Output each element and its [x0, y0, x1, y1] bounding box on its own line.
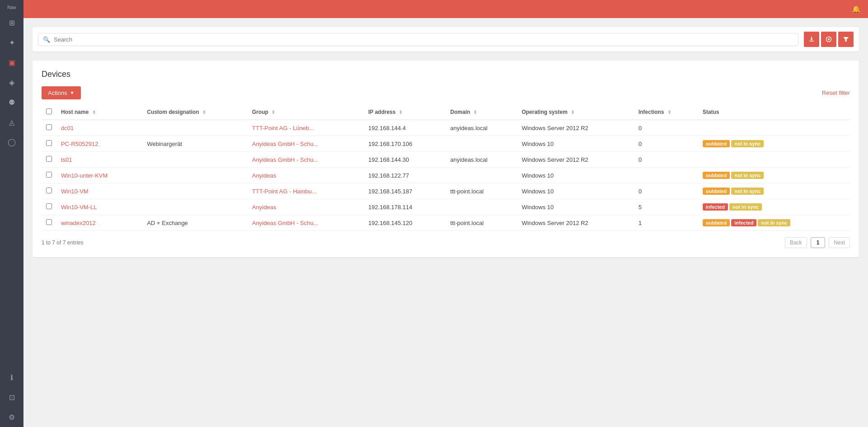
cell-infections: 5: [634, 199, 698, 215]
cell-group[interactable]: Anyideas: [247, 199, 364, 215]
cell-custom: [142, 152, 247, 168]
col-ip-label: IP address: [368, 109, 395, 115]
key-icon[interactable]: ✦: [3, 33, 21, 52]
cell-domain: [446, 199, 517, 215]
back-button[interactable]: Back: [785, 237, 807, 248]
cell-ip: 192.168.122.77: [364, 168, 446, 183]
monitor-icon[interactable]: ▣: [3, 53, 21, 71]
row-checkbox[interactable]: [46, 219, 52, 225]
filter-button[interactable]: [838, 32, 854, 47]
cell-group[interactable]: Anyideas GmbH - Schu...: [247, 152, 364, 168]
cell-os: Windows 10: [517, 136, 634, 152]
col-hostname[interactable]: Host name ⇕: [56, 105, 142, 120]
users-icon[interactable]: ⚉: [3, 93, 21, 111]
nav-label: Nav: [0, 0, 23, 13]
col-domain-sort-icon: ⇕: [473, 110, 477, 115]
cell-status: outdatednot in sync: [698, 183, 850, 199]
cell-ip: 192.168.145.120: [364, 215, 446, 231]
shield-icon[interactable]: ◬: [3, 113, 21, 131]
status-badge: outdated: [703, 140, 730, 147]
sidebar: Nav ⊞ ✦ ▣ ◈ ⚉ ◬ ◯ ℹ ⊡ ⚙: [0, 0, 23, 427]
col-custom[interactable]: Custom designation ⇕: [142, 105, 247, 120]
row-checkbox[interactable]: [46, 140, 52, 146]
cell-domain: ttt-point.local: [446, 215, 517, 231]
col-infections[interactable]: Infections ⇕: [634, 105, 698, 120]
status-badge: outdated: [703, 188, 730, 195]
col-status[interactable]: Status: [698, 105, 850, 120]
content-area: 🔍: [23, 18, 868, 427]
col-ip-sort-icon: ⇕: [399, 110, 402, 115]
row-checkbox[interactable]: [46, 124, 52, 130]
cell-hostname[interactable]: PC-R5052912: [56, 136, 142, 152]
cell-hostname[interactable]: winadex2012: [56, 215, 142, 231]
col-hostname-label: Host name: [61, 109, 89, 115]
cell-infections: 1: [634, 215, 698, 231]
page-1-button[interactable]: 1: [811, 237, 826, 248]
cell-group[interactable]: Anyideas GmbH - Schu...: [247, 136, 364, 152]
settings-columns-button[interactable]: [821, 32, 836, 47]
col-group[interactable]: Group ⇕: [247, 105, 364, 120]
cell-hostname[interactable]: Win10-VM-LL: [56, 199, 142, 215]
cell-os: Windows Server 2012 R2: [517, 152, 634, 168]
status-badge: not in sync: [731, 172, 764, 179]
bell-icon[interactable]: 🔔: [852, 5, 861, 14]
toolbar-row: Actions ▼ Reset filter: [42, 86, 850, 99]
reset-filter-link[interactable]: Reset filter: [822, 89, 850, 96]
analytics-icon[interactable]: ◈: [3, 73, 21, 91]
cell-custom: [142, 120, 247, 136]
select-all-checkbox[interactable]: [46, 108, 52, 114]
cell-group[interactable]: TTT-Point AG - Lüneb...: [247, 120, 364, 136]
info-icon[interactable]: ℹ: [3, 368, 21, 386]
svg-rect-0: [809, 41, 814, 42]
cell-hostname[interactable]: ts01: [56, 152, 142, 168]
link-icon[interactable]: ⊡: [3, 388, 21, 406]
cell-os: Windows 10: [517, 183, 634, 199]
search-input[interactable]: [54, 36, 793, 43]
status-badge: infected: [703, 203, 728, 211]
cell-hostname[interactable]: Win10-VM: [56, 183, 142, 199]
cell-os: Windows Server 2012 R2: [517, 215, 634, 231]
row-checkbox[interactable]: [46, 172, 52, 178]
row-checkbox[interactable]: [46, 203, 52, 209]
cell-os: Windows Server 2012 R2: [517, 120, 634, 136]
col-os[interactable]: Operating system ⇕: [517, 105, 634, 120]
select-all-header: [42, 105, 56, 120]
row-checkbox[interactable]: [46, 188, 52, 193]
status-badge: not in sync: [729, 203, 762, 211]
search-actions: [804, 32, 854, 47]
cell-ip: 192.168.144.4: [364, 120, 446, 136]
settings-icon[interactable]: ⚙: [3, 408, 21, 426]
status-badge: not in sync: [731, 140, 764, 147]
cell-group[interactable]: Anyideas GmbH - Schu...: [247, 215, 364, 231]
table-row: winadex2012AD + ExchangeAnyideas GmbH - …: [42, 215, 850, 231]
col-custom-sort-icon: ⇕: [202, 110, 206, 115]
table-row: ts01Anyideas GmbH - Schu...192.168.144.3…: [42, 152, 850, 168]
dashboard-icon[interactable]: ⊞: [3, 14, 21, 32]
cell-domain: anyideas.local: [446, 152, 517, 168]
cell-hostname[interactable]: Win10-unter-KVM: [56, 168, 142, 183]
cell-status: outdatednot in sync: [698, 168, 850, 183]
cell-custom: [142, 168, 247, 183]
next-button[interactable]: Next: [829, 237, 850, 248]
svg-point-4: [828, 38, 830, 40]
actions-button[interactable]: Actions ▼: [42, 86, 81, 99]
col-domain[interactable]: Domain ⇕: [446, 105, 517, 120]
cell-group[interactable]: TTT-Point AG - Hambu...: [247, 183, 364, 199]
table-row: Win10-unter-KVMAnyideas192.168.122.77Win…: [42, 168, 850, 183]
row-checkbox[interactable]: [46, 156, 52, 162]
cell-os: Windows 10: [517, 168, 634, 183]
col-domain-label: Domain: [450, 109, 470, 115]
col-status-label: Status: [703, 109, 719, 115]
cell-group[interactable]: Anyideas: [247, 168, 364, 183]
cell-ip: 192.168.144.30: [364, 152, 446, 168]
cell-status: outdatednot in sync: [698, 136, 850, 152]
person-icon[interactable]: ◯: [3, 133, 21, 151]
export-button[interactable]: [804, 32, 819, 47]
cell-hostname[interactable]: dc01: [56, 120, 142, 136]
col-ip[interactable]: IP address ⇕: [364, 105, 446, 120]
entries-info: 1 to 7 of 7 entries: [42, 239, 84, 246]
devices-section: Devices Actions ▼ Reset filter Host name: [33, 61, 859, 257]
col-hostname-sort-icon: ⇕: [92, 110, 96, 115]
table-row: PC-R5052912WebinargerätAnyideas GmbH - S…: [42, 136, 850, 152]
cell-infections: 0: [634, 136, 698, 152]
